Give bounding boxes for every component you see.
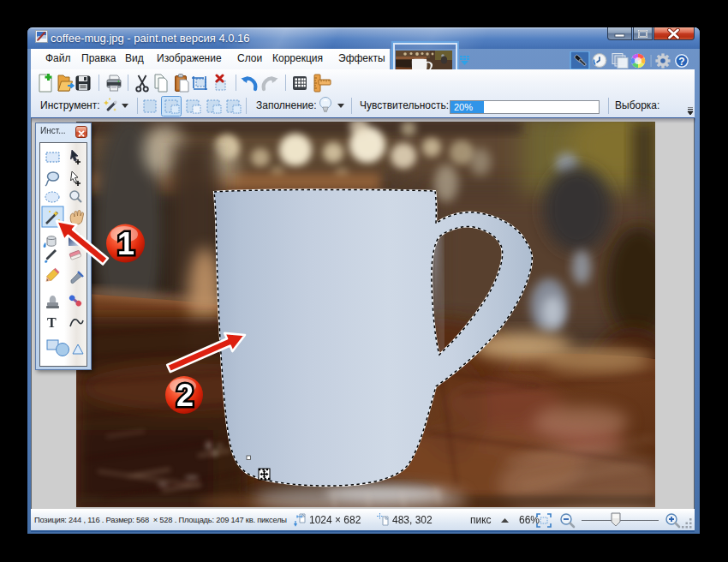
svg-text:T: T [47, 315, 57, 330]
svg-text:?: ? [678, 56, 684, 68]
